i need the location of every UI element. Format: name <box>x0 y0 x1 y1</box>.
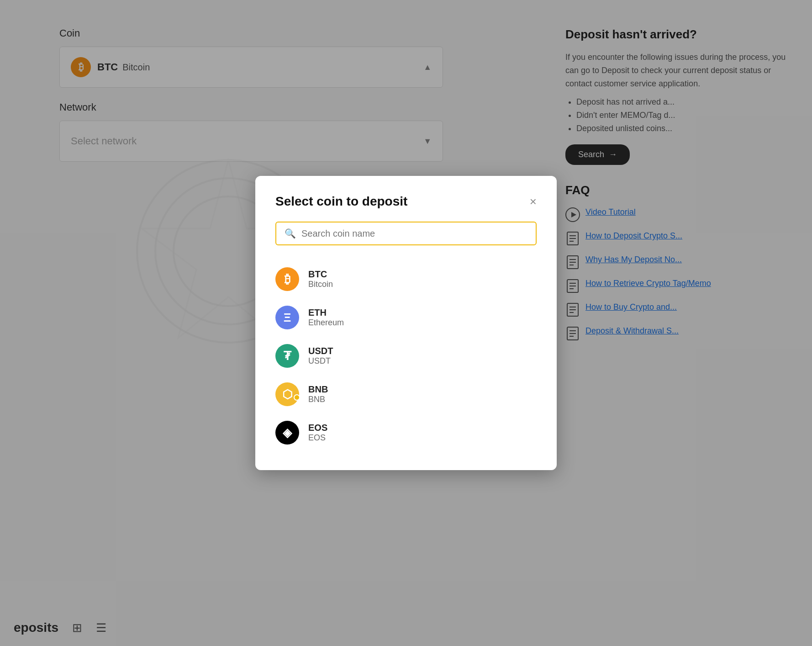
eth-logo: Ξ <box>275 306 299 329</box>
eth-info: ETH Ethereum <box>308 307 344 328</box>
btc-ticker: BTC <box>308 269 333 280</box>
coin-item-eth[interactable]: Ξ ETH Ethereum <box>275 298 537 337</box>
coin-item-btc[interactable]: ₿ BTC Bitcoin <box>275 260 537 298</box>
usdt-name: USDT <box>308 356 333 366</box>
coin-list: ₿ BTC Bitcoin Ξ ETH Ethereum ₮ USDT <box>275 260 537 452</box>
eos-ticker: EOS <box>308 423 327 433</box>
modal-header: Select coin to deposit × <box>275 194 537 209</box>
eth-ticker: ETH <box>308 307 344 318</box>
usdt-info: USDT USDT <box>308 346 333 366</box>
modal-title: Select coin to deposit <box>275 194 407 209</box>
btc-info: BTC Bitcoin <box>308 269 333 289</box>
modal-search-icon: 🔍 <box>285 228 296 239</box>
btc-logo: ₿ <box>275 267 299 291</box>
eos-name: EOS <box>308 433 327 443</box>
bnb-info: BNB BNB <box>308 384 328 404</box>
coin-select-modal: Select coin to deposit × 🔍 ₿ BTC Bitcoin… <box>255 176 557 470</box>
bnb-badge-dot <box>294 394 300 401</box>
bnb-name: BNB <box>308 395 328 404</box>
coin-item-eos[interactable]: ◈ EOS EOS <box>275 413 537 452</box>
eth-name: Ethereum <box>308 318 344 328</box>
coin-item-bnb[interactable]: ⬡ BNB BNB <box>275 375 537 413</box>
bnb-ticker: BNB <box>308 384 328 395</box>
eos-logo: ◈ <box>275 421 299 445</box>
btc-name: Bitcoin <box>308 280 333 289</box>
usdt-ticker: USDT <box>308 346 333 356</box>
usdt-logo: ₮ <box>275 344 299 368</box>
eos-info: EOS EOS <box>308 423 327 443</box>
coin-item-usdt[interactable]: ₮ USDT USDT <box>275 337 537 375</box>
modal-close-button[interactable]: × <box>530 196 537 207</box>
search-coin-input[interactable] <box>301 228 527 239</box>
modal-search-box[interactable]: 🔍 <box>275 222 537 245</box>
